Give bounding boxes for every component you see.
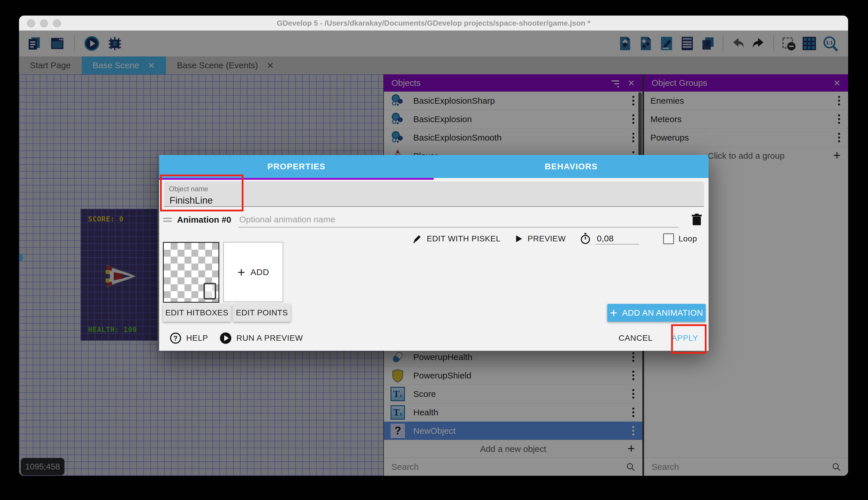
close-window-button[interactable] [27,19,35,27]
svg-text:?: ? [173,335,178,342]
edit-with-piskel-button[interactable]: EDIT WITH PISKEL [427,234,501,243]
minimize-window-button[interactable] [40,19,48,27]
plus-icon: + [237,264,245,280]
frame-duration-input[interactable] [595,233,639,245]
drag-handle-icon[interactable] [163,216,172,224]
annotation-object-name-box [160,174,244,212]
edit-hitboxes-button[interactable]: EDIT HITBOXES [163,304,231,322]
animation-label: Animation #0 [177,215,231,225]
plus-icon: + [610,306,617,320]
titlebar: GDevelop 5 - /Users/dkarakay/Documents/G… [19,15,848,31]
app-content: 1:1 Start Page Base Scene✕ Base Scene (E… [19,31,848,476]
frame-thumbnail[interactable] [163,242,219,303]
tab-behaviors[interactable]: BEHAVIORS [434,155,709,178]
help-icon: ? [169,332,181,344]
zoom-window-button[interactable] [53,19,61,27]
loop-checkbox[interactable] [663,233,674,244]
add-animation-button[interactable]: + ADD AN ANIMATION [607,304,706,322]
loop-label: Loop [679,234,697,243]
frame-select-checkbox[interactable] [203,283,216,299]
edit-points-button[interactable]: EDIT POINTS [233,304,291,322]
run-preview-button[interactable]: RUN A PREVIEW [220,332,303,344]
annotation-apply-box [671,324,706,354]
preview-button[interactable]: PREVIEW [528,234,566,243]
window-title: GDevelop 5 - /Users/dkarakay/Documents/G… [277,19,590,28]
add-frame-tile[interactable]: + ADD [223,242,283,302]
play-icon [515,235,523,243]
timer-icon [580,233,590,245]
help-button[interactable]: ? HELP [169,332,208,344]
object-name-label: Object name [169,185,699,193]
pencil-icon [412,234,422,244]
dialog-footer: ? HELP RUN A PREVIEW CANCEL APPLY [159,326,708,351]
animation-name-input[interactable] [238,212,679,228]
object-name-field: Object name [164,181,704,207]
traffic-lights [27,19,61,27]
play-circle-icon [220,332,232,344]
cancel-button[interactable]: CANCEL [619,333,653,343]
animation-row: Animation #0 [163,212,702,228]
app-window: GDevelop 5 - /Users/dkarakay/Documents/G… [19,15,848,476]
delete-animation-icon[interactable] [691,213,702,226]
animation-controls: EDIT WITH PISKEL PREVIEW Loop [412,230,697,247]
